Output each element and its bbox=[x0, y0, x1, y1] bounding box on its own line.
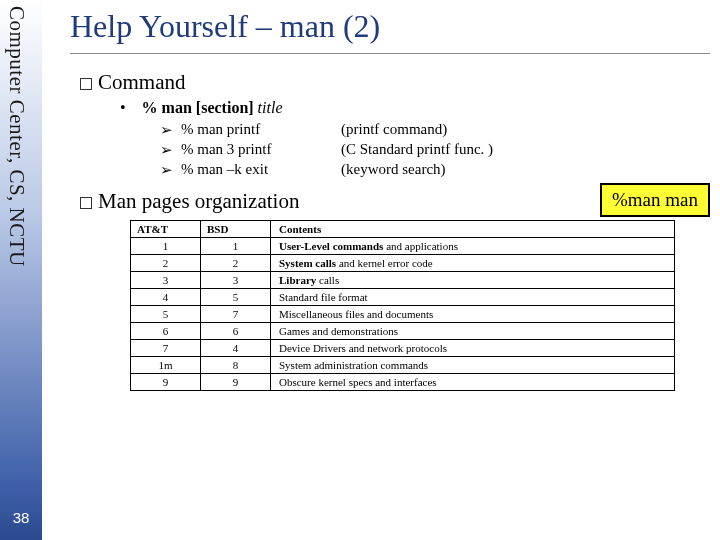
content-area: Help Yourself – man (2) Command % man [s… bbox=[70, 8, 710, 532]
cell-att: 6 bbox=[131, 323, 201, 340]
square-bullet-icon bbox=[80, 78, 92, 90]
example-row: ➢% man printf(printf command) bbox=[160, 121, 710, 139]
cell-bsd: 1 bbox=[201, 238, 271, 255]
usage-line: % man [section] title bbox=[120, 99, 710, 117]
cell-contents: Library calls bbox=[271, 272, 675, 289]
usage-italic: title bbox=[258, 99, 283, 116]
col-header-att: AT&T bbox=[131, 221, 201, 238]
example-row: ➢% man 3 printf(C Standard printf func. … bbox=[160, 141, 710, 159]
example-cmd: % man –k exit bbox=[181, 161, 341, 179]
square-bullet-icon bbox=[80, 197, 92, 209]
cell-att: 9 bbox=[131, 374, 201, 391]
table-header-row: AT&T BSD Contents bbox=[131, 221, 675, 238]
triangle-bullet-icon: ➢ bbox=[160, 121, 173, 139]
sidebar-org-label: Computer Center, CS, NCTU bbox=[4, 6, 29, 267]
cell-att: 7 bbox=[131, 340, 201, 357]
cell-att: 1 bbox=[131, 238, 201, 255]
cell-bsd: 2 bbox=[201, 255, 271, 272]
example-row: ➢% man –k exit(keyword search) bbox=[160, 161, 710, 179]
example-desc: (C Standard printf func. ) bbox=[341, 141, 493, 159]
cell-att: 1m bbox=[131, 357, 201, 374]
table-row: 74Device Drivers and network protocols bbox=[131, 340, 675, 357]
usage-prefix: % man bbox=[142, 99, 192, 116]
slide-title: Help Yourself – man (2) bbox=[70, 8, 710, 54]
slide: Computer Center, CS, NCTU 38 Help Yourse… bbox=[0, 0, 720, 540]
cell-contents: User-Level commands and applications bbox=[271, 238, 675, 255]
col-header-bsd: BSD bbox=[201, 221, 271, 238]
cell-contents: System administration commands bbox=[271, 357, 675, 374]
triangle-bullet-icon: ➢ bbox=[160, 141, 173, 159]
table-row: 57Miscellaneous files and documents bbox=[131, 306, 675, 323]
example-list: ➢% man printf(printf command)➢% man 3 pr… bbox=[70, 121, 710, 179]
command-heading-text: Command bbox=[98, 70, 186, 94]
cell-contents: Miscellaneous files and documents bbox=[271, 306, 675, 323]
example-desc: (keyword search) bbox=[341, 161, 446, 179]
table-row: 11User-Level commands and applications bbox=[131, 238, 675, 255]
page-number: 38 bbox=[0, 509, 42, 526]
table-row: 66Games and demonstrations bbox=[131, 323, 675, 340]
cell-bsd: 6 bbox=[201, 323, 271, 340]
example-cmd: % man printf bbox=[181, 121, 341, 139]
callout-box: %man man bbox=[600, 183, 710, 217]
cell-att: 2 bbox=[131, 255, 201, 272]
cell-att: 4 bbox=[131, 289, 201, 306]
cell-bsd: 8 bbox=[201, 357, 271, 374]
cell-bsd: 5 bbox=[201, 289, 271, 306]
cell-contents: Standard file format bbox=[271, 289, 675, 306]
cell-att: 5 bbox=[131, 306, 201, 323]
sidebar: Computer Center, CS, NCTU 38 bbox=[0, 0, 42, 540]
cell-bsd: 7 bbox=[201, 306, 271, 323]
table-row: 1m8System administration commands bbox=[131, 357, 675, 374]
table-row: 33Library calls bbox=[131, 272, 675, 289]
cell-contents: Device Drivers and network protocols bbox=[271, 340, 675, 357]
triangle-bullet-icon: ➢ bbox=[160, 161, 173, 179]
cell-contents: System calls and kernel error code bbox=[271, 255, 675, 272]
example-cmd: % man 3 printf bbox=[181, 141, 341, 159]
col-header-contents: Contents bbox=[271, 221, 675, 238]
table-body: 11User-Level commands and applications22… bbox=[131, 238, 675, 391]
table-row: 99Obscure kernel specs and interfaces bbox=[131, 374, 675, 391]
org-heading-text: Man pages organization bbox=[98, 189, 299, 213]
section-command-heading: Command bbox=[80, 70, 710, 95]
cell-att: 3 bbox=[131, 272, 201, 289]
table-row: 45Standard file format bbox=[131, 289, 675, 306]
cell-bsd: 3 bbox=[201, 272, 271, 289]
cell-bsd: 9 bbox=[201, 374, 271, 391]
table-row: 22System calls and kernel error code bbox=[131, 255, 675, 272]
cell-bsd: 4 bbox=[201, 340, 271, 357]
usage-bracket: [section] bbox=[196, 99, 254, 116]
cell-contents: Obscure kernel specs and interfaces bbox=[271, 374, 675, 391]
example-desc: (printf command) bbox=[341, 121, 447, 139]
man-sections-table: AT&T BSD Contents 11User-Level commands … bbox=[130, 220, 675, 391]
cell-contents: Games and demonstrations bbox=[271, 323, 675, 340]
